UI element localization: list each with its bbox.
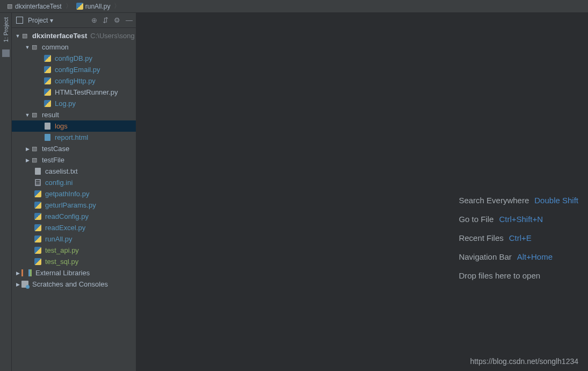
tree-root[interactable]: ▼ ▧ dkxinterfaceTest C:\Users\song — [12, 30, 136, 41]
tip-shortcut: Alt+Home — [517, 252, 553, 261]
python-icon — [44, 100, 51, 107]
file-label: geturlParams.py — [45, 201, 96, 209]
tree-file[interactable]: config.ini — [12, 177, 136, 188]
python-icon — [34, 190, 41, 197]
python-icon — [76, 3, 83, 10]
scratch-icon — [21, 281, 28, 288]
tree-folder-common[interactable]: ▼ ▧ common — [12, 41, 136, 53]
tip-shortcut: Double Shift — [534, 196, 578, 205]
python-icon — [34, 258, 41, 265]
chevron-right-icon[interactable]: ▶ — [15, 270, 20, 276]
structure-icon[interactable] — [2, 49, 10, 57]
chevron-down-icon[interactable]: ▼ — [15, 33, 20, 39]
breadcrumb-root[interactable]: ▧ dkxinterfaceTest — [3, 3, 64, 10]
tip-label: Search Everywhere — [459, 196, 529, 205]
sidebar-header: Project ▾ ⊕ ⇵ ⚙ — — [12, 13, 136, 28]
scratches-label: Scratches and Consoles — [32, 280, 108, 288]
file-label: configDB.py — [55, 54, 92, 62]
file-label: test_sql.py — [45, 258, 78, 266]
project-view-selector[interactable]: Project ▾ — [28, 17, 53, 24]
breadcrumb-file-label: runAll.py — [85, 3, 111, 10]
file-icon — [35, 168, 41, 175]
python-icon — [34, 202, 41, 209]
python-icon — [44, 89, 51, 96]
folder-label: result — [42, 111, 59, 119]
gear-icon[interactable]: ⚙ — [114, 16, 120, 24]
chevron-down-icon[interactable]: ▼ — [25, 45, 30, 50]
ini-icon — [35, 179, 41, 186]
breadcrumb: ▧ dkxinterfaceTest 〉 runAll.py 〉 — [0, 0, 588, 13]
chevron-right-icon[interactable]: ▶ — [15, 282, 20, 287]
tree-file[interactable]: caselist.txt — [12, 166, 136, 177]
tree-scratches[interactable]: ▶ Scratches and Consoles — [12, 279, 136, 290]
tree-folder-testfile[interactable]: ▶ ▧ testFile — [12, 154, 136, 166]
tree-file[interactable]: Log.py — [12, 98, 136, 109]
folder-icon: ▧ — [30, 111, 39, 119]
watermark: https://blog.csdn.net/songlh1234 — [470, 357, 578, 366]
drop-hint: Drop files here to open — [459, 271, 578, 280]
html-icon — [45, 134, 50, 141]
tip-row: Navigation BarAlt+Home — [459, 252, 578, 261]
tip-row: Go to FileCtrl+Shift+N — [459, 215, 578, 224]
tree-file[interactable]: readExcel.py — [12, 222, 136, 233]
folder-icon: ▧ — [5, 3, 14, 10]
breadcrumb-file[interactable]: runAll.py — [74, 3, 113, 10]
tree-file[interactable]: HTMLTestRunner.py — [12, 87, 136, 98]
tip-row: Search EverywhereDouble Shift — [459, 196, 578, 205]
project-tree[interactable]: ▼ ▧ dkxinterfaceTest C:\Users\song ▼ ▧ c… — [12, 28, 136, 371]
file-label: logs — [55, 122, 68, 130]
chevron-right-icon: 〉 — [64, 2, 74, 11]
editor-empty-state[interactable]: Search EverywhereDouble Shift Go to File… — [136, 13, 588, 371]
tree-file[interactable]: test_api.py — [12, 245, 136, 256]
tool-window-bar: 1: Project — [0, 13, 12, 371]
editor-tips: Search EverywhereDouble Shift Go to File… — [459, 196, 578, 290]
chevron-down-icon[interactable]: ▼ — [25, 112, 30, 118]
project-tool-window: Project ▾ ⊕ ⇵ ⚙ — ▼ ▧ dkxinterfaceTest C… — [12, 13, 136, 371]
file-label: getpathInfo.py — [45, 190, 89, 198]
chevron-right-icon[interactable]: ▶ — [25, 158, 30, 163]
tree-file[interactable]: getpathInfo.py — [12, 188, 136, 199]
hide-icon[interactable]: — — [126, 16, 133, 24]
folder-icon: ▧ — [30, 145, 39, 153]
file-label: HTMLTestRunner.py — [55, 88, 118, 96]
folder-icon: ▧ — [30, 156, 39, 164]
tip-label: Navigation Bar — [459, 252, 511, 261]
tree-file[interactable]: report.html — [12, 132, 136, 143]
file-label: caselist.txt — [45, 167, 78, 175]
project-view-label: Project — [28, 17, 48, 24]
tree-file[interactable]: geturlParams.py — [12, 199, 136, 211]
file-label: configEmail.py — [55, 66, 100, 74]
tip-row: Recent FilesCtrl+E — [459, 233, 578, 242]
external-libraries-label: External Libraries — [35, 269, 90, 277]
collapse-all-icon[interactable]: ⇵ — [103, 16, 108, 24]
library-icon — [21, 269, 28, 276]
tree-root-label: dkxinterfaceTest — [32, 32, 87, 40]
python-icon — [34, 224, 41, 231]
gutter-project-tab[interactable]: 1: Project — [3, 17, 9, 42]
tree-folder-testcase[interactable]: ▶ ▧ testCase — [12, 143, 136, 154]
chevron-right-icon[interactable]: ▶ — [25, 146, 30, 152]
tree-file[interactable]: configEmail.py — [12, 64, 136, 75]
tree-file[interactable]: runAll.py — [12, 233, 136, 245]
tree-file[interactable]: readConfig.py — [12, 211, 136, 222]
file-label: configHttp.py — [55, 77, 96, 85]
tip-shortcut: Ctrl+Shift+N — [499, 215, 543, 224]
python-icon — [34, 213, 41, 220]
file-icon — [45, 123, 50, 130]
tree-file[interactable]: test_sql.py — [12, 256, 136, 267]
file-label: report.html — [55, 133, 88, 141]
locate-icon[interactable]: ⊕ — [91, 16, 97, 24]
python-icon — [34, 247, 41, 254]
tree-file[interactable]: configDB.py — [12, 53, 136, 64]
file-label: readConfig.py — [45, 212, 89, 220]
file-label: runAll.py — [45, 235, 72, 243]
tip-label: Go to File — [459, 215, 493, 224]
tree-file-logs[interactable]: logs — [12, 120, 136, 132]
breadcrumb-root-label: dkxinterfaceTest — [15, 3, 62, 10]
project-view-icon — [16, 17, 23, 24]
tree-external-libraries[interactable]: ▶ External Libraries — [12, 267, 136, 279]
python-icon — [44, 55, 51, 62]
tree-folder-result[interactable]: ▼ ▧ result — [12, 109, 136, 120]
tree-file[interactable]: configHttp.py — [12, 75, 136, 87]
folder-label: common — [42, 43, 69, 51]
